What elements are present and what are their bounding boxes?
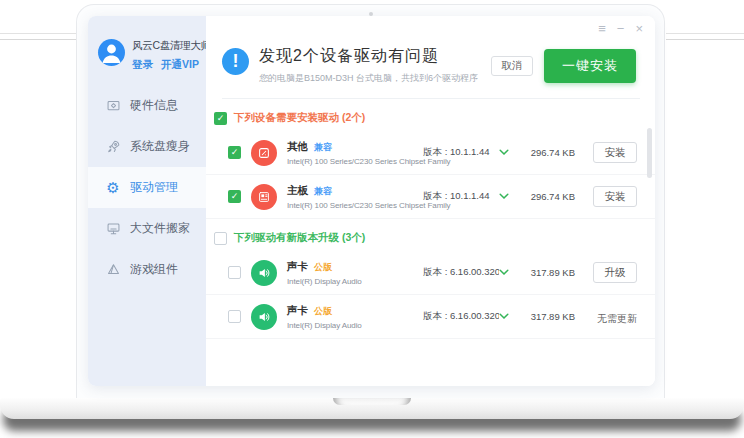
install-all-button[interactable]: 一键安装 xyxy=(544,49,636,83)
row-checkbox[interactable]: ✓ xyxy=(228,146,241,159)
cancel-button[interactable]: 取消 xyxy=(491,56,533,76)
public-tag: 公版 xyxy=(314,305,332,318)
driver-list: ✓ 下列设备需要安装驱动 (2个) ✓ 其他 兼容 xyxy=(206,99,655,386)
login-link[interactable]: 登录 xyxy=(132,58,153,72)
driver-desc: Intel(R) 100 Series/C230 Series Chipset … xyxy=(287,157,423,166)
section-upgrade: 下列驱动有新版本升级 (3个) xyxy=(206,219,655,251)
driver-info: 声卡 公版 Intel(R) Display Audio xyxy=(287,260,423,286)
laptop-base xyxy=(0,398,744,419)
close-icon[interactable]: × xyxy=(635,22,643,35)
sidebar-item-label: 游戏组件 xyxy=(130,261,178,278)
alert-icon: ! xyxy=(222,48,249,75)
sidebar-item-label: 大文件搬家 xyxy=(130,220,190,237)
driver-version: 版本 : 10.1.1.44 xyxy=(423,190,499,203)
sidebar-item-label: 驱动管理 xyxy=(130,179,178,196)
driver-version: 版本 : 6.16.00.3200 xyxy=(423,266,499,279)
app-window: 风云C盘清理大师 登录 开通VIP 硬件信息 xyxy=(88,16,655,386)
sidebar-item-file-move[interactable]: 大文件搬家 xyxy=(88,208,206,249)
scrollbar-thumb[interactable] xyxy=(647,128,652,178)
laptop-base-notch xyxy=(333,398,411,405)
chevron-down-icon[interactable] xyxy=(499,193,519,200)
chevron-down-icon[interactable] xyxy=(499,269,519,276)
driver-name: 其他 xyxy=(287,140,308,154)
window-controls: ≡ − × xyxy=(598,22,643,35)
sidebar-item-game-components[interactable]: 游戏组件 xyxy=(88,249,206,290)
driver-row-audio-1: 声卡 公版 Intel(R) Display Audio 版本 : 6.16.0… xyxy=(206,251,655,295)
sidebar-item-driver-manager[interactable]: ⚙ 驱动管理 xyxy=(88,167,206,208)
driver-size: 296.74 KB xyxy=(519,147,575,158)
gear-icon: ⚙ xyxy=(105,180,121,196)
section-checkbox[interactable]: ✓ xyxy=(214,112,227,125)
monitor-icon xyxy=(105,221,121,237)
row-checkbox[interactable]: ✓ xyxy=(228,190,241,203)
install-button[interactable]: 安装 xyxy=(593,186,637,207)
sidebar: 风云C盘清理大师 登录 开通VIP 硬件信息 xyxy=(88,16,206,386)
section-title: 下列驱动有新版本升级 (3个) xyxy=(234,231,365,245)
compat-tag: 兼容 xyxy=(314,185,332,198)
scan-result-header: ! 发现2个设备驱动有问题 您的电脑是B150M-D3H 台式电脑，共找到6个驱… xyxy=(222,16,640,99)
driver-row-audio-2: 声卡 公版 Intel(R) Display Audio 版本 : 6.16.0… xyxy=(206,295,655,339)
driver-size: 317.89 KB xyxy=(519,311,575,322)
driver-info: 主板 兼容 Intel(R) 100 Series/C230 Series Ch… xyxy=(287,184,423,210)
chevron-down-icon[interactable] xyxy=(499,149,519,156)
hinge-line-right xyxy=(666,33,744,40)
sidebar-menu: 硬件信息 系统盘瘦身 ⚙ 驱动管理 xyxy=(88,85,206,290)
main-panel: ≡ − × ! 发现2个设备驱动有问题 您的电脑是B150M-D3H 台式电脑，… xyxy=(206,16,655,386)
driver-name: 声卡 xyxy=(287,260,308,274)
sidebar-item-label: 系统盘瘦身 xyxy=(130,138,190,155)
sidebar-item-disk-slim[interactable]: 系统盘瘦身 xyxy=(88,126,206,167)
compat-tag: 兼容 xyxy=(314,141,332,154)
section-need-install: ✓ 下列设备需要安装驱动 (2个) xyxy=(206,99,655,131)
driver-info: 声卡 公版 Intel(R) Display Audio xyxy=(287,304,423,330)
section-checkbox[interactable] xyxy=(214,232,227,245)
driver-name: 主板 xyxy=(287,184,308,198)
install-button[interactable]: 安装 xyxy=(593,142,637,163)
driver-info: 其他 兼容 Intel(R) 100 Series/C230 Series Ch… xyxy=(287,140,423,166)
driver-desc: Intel(R) Display Audio xyxy=(287,321,423,330)
motherboard-icon xyxy=(251,184,277,210)
user-icon xyxy=(98,39,125,66)
sidebar-item-label: 硬件信息 xyxy=(130,97,178,114)
driver-desc: Intel(R) 100 Series/C230 Series Chipset … xyxy=(287,201,423,210)
driver-row-motherboard: ✓ 主板 兼容 Intel(R) 100 Series/C2 xyxy=(206,175,655,219)
menu-icon[interactable]: ≡ xyxy=(598,22,606,35)
other-device-icon xyxy=(251,140,277,166)
header-texts: 发现2个设备驱动有问题 您的电脑是B150M-D3H 台式电脑，共找到6个驱动程… xyxy=(259,46,491,85)
user-texts: 风云C盘清理大师 登录 开通VIP xyxy=(132,39,211,72)
speaker-icon xyxy=(251,260,277,286)
avatar[interactable] xyxy=(98,39,125,66)
driver-row-other: ✓ 其他 兼容 Intel(R) 100 Series/C230 Series … xyxy=(206,131,655,175)
hinge-line-left xyxy=(0,33,76,40)
section-title: 下列设备需要安装驱动 (2个) xyxy=(234,111,365,125)
rocket-icon xyxy=(105,139,121,155)
driver-version: 版本 : 10.1.1.44 xyxy=(423,146,499,159)
driver-desc: Intel(R) Display Audio xyxy=(287,277,423,286)
no-update-label: 无需更新 xyxy=(597,313,637,324)
driver-size: 317.89 KB xyxy=(519,267,575,278)
chip-icon xyxy=(105,98,121,114)
triangle-icon xyxy=(105,262,121,278)
laptop-mockup: 风云C盘清理大师 登录 开通VIP 硬件信息 xyxy=(0,0,744,438)
driver-name: 声卡 xyxy=(287,304,308,318)
upgrade-button[interactable]: 升级 xyxy=(593,262,637,283)
row-checkbox[interactable] xyxy=(228,310,241,323)
page-subtitle: 您的电脑是B150M-D3H 台式电脑，共找到6个驱动程序 xyxy=(259,72,491,85)
speaker-icon xyxy=(251,304,277,330)
minimize-icon[interactable]: − xyxy=(617,22,625,35)
app-title: 风云C盘清理大师 xyxy=(132,39,211,53)
page-title: 发现2个设备驱动有问题 xyxy=(259,46,491,67)
public-tag: 公版 xyxy=(314,261,332,274)
user-block: 风云C盘清理大师 登录 开通VIP xyxy=(98,39,200,72)
sidebar-item-hardware-info[interactable]: 硬件信息 xyxy=(88,85,206,126)
chevron-down-icon[interactable] xyxy=(499,313,519,320)
driver-version: 版本 : 6.16.00.3200 xyxy=(423,310,499,323)
driver-size: 296.74 KB xyxy=(519,191,575,202)
vip-link[interactable]: 开通VIP xyxy=(161,58,199,72)
row-checkbox[interactable] xyxy=(228,266,241,279)
